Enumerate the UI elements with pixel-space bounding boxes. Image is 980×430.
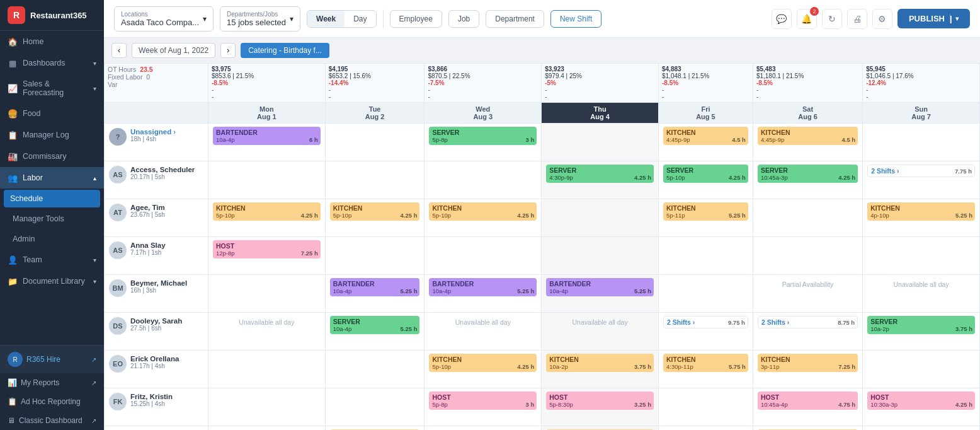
shift-cell-emp6-day4[interactable]: KITCHEN 4:30p-11p 5.75 h [659,351,753,388]
shift-cell-emp2-day0[interactable]: KITCHEN 5p-10p 4.25 h [208,199,326,237]
shift-cell-emp8-day0[interactable] [208,426,326,431]
shift-cell-emp6-day2[interactable]: KITCHEN 5p-10p 4.25 h [424,351,542,388]
shift-cell-emp8-day2[interactable] [424,426,542,431]
shift-block[interactable]: KITCHEN 4:45p-9p 4.5 h [758,127,858,145]
shift-cell-emp3-day0[interactable]: HOST 12p-8p 7.25 h [208,237,326,275]
sidebar-item-labor[interactable]: 👥 Labor ▴ [0,167,104,189]
shift-cell-emp7-day0[interactable] [208,388,326,426]
shift-cell-emp5-day2[interactable]: Unavailable all day [424,313,542,351]
shift-cell-emp8-day4[interactable] [659,426,753,431]
sidebar-ad-hoc[interactable]: 📋 Ad Hoc Reporting [0,392,104,411]
shift-block[interactable]: BARTENDER 10a-4p 6 h [213,127,321,145]
shift-cell-emp5-day1[interactable]: SERVER 10a-4p 5.25 h [325,313,424,351]
employee-cell-0[interactable]: ? Unassigned › 18h | 4sh [105,124,208,161]
sidebar-my-reports[interactable]: 📊 My Reports ↗ [0,373,104,392]
job-button[interactable]: Job [448,10,479,28]
employee-cell-1[interactable]: AS Access, Scheduler 20.17h | 5sh [105,161,208,199]
day-view-button[interactable]: Day [345,11,375,27]
shift-cell-emp6-day0[interactable] [208,351,326,388]
2shifts-cell[interactable]: 2 Shifts ›7.75 h [867,165,975,177]
shift-cell-emp4-day6[interactable]: Unavailable all day [863,275,980,313]
shift-block[interactable]: KITCHEN 5p-10p 4.25 h [213,202,321,221]
shift-cell-emp4-day1[interactable]: BARTENDER 10a-4p 5.25 h [325,275,424,313]
shift-cell-emp1-day3[interactable]: SERVER 4:30p-9p 4.25 h [542,161,659,199]
shift-cell-emp3-day4[interactable] [659,237,753,275]
shift-block[interactable]: SERVER 10a-4p 5.25 h [330,316,420,334]
week-view-button[interactable]: Week [307,11,345,27]
shift-block[interactable]: KITCHEN 5p-11p 5.25 h [663,202,748,221]
department-button[interactable]: Department [486,10,544,28]
sidebar-item-dashboards[interactable]: ▦ Dashboards ▾ [0,52,104,74]
new-shift-button[interactable]: New Shift [550,10,601,28]
shift-cell-emp7-day4[interactable] [659,388,753,426]
shift-cell-emp0-day1[interactable] [325,124,424,161]
shift-cell-emp4-day0[interactable] [208,275,326,313]
shift-cell-emp4-day5[interactable]: Partial Availability [753,275,862,313]
shift-cell-emp2-day1[interactable]: KITCHEN 5p-10p 4.25 h [325,199,424,237]
notifications-button[interactable]: 🔔 2 [797,9,817,29]
sidebar-item-document-library[interactable]: 📁 Document Library ▾ [0,270,104,292]
shift-cell-emp8-day3[interactable]: KITCHEN [542,426,659,431]
sidebar-item-food[interactable]: 🍔 Food [0,103,104,124]
shift-cell-emp7-day5[interactable]: HOST 10:45a-4p 4.75 h [753,388,862,426]
shift-cell-emp1-day6[interactable]: 2 Shifts ›7.75 h [863,161,980,199]
shift-cell-emp2-day6[interactable]: KITCHEN 4p-10p 5.25 h [863,199,980,237]
shift-block[interactable]: KITCHEN 5p-10p 4.25 h [429,354,537,372]
shift-cell-emp7-day2[interactable]: HOST 5p-8p 3 h [424,388,542,426]
shift-block[interactable]: SERVER 10a-2p 3.75 h [867,316,975,334]
settings-button[interactable]: ⚙ [872,9,892,29]
shift-cell-emp8-day5[interactable]: KITCHEN [753,426,862,431]
refresh-button[interactable]: ↻ [822,9,842,29]
employee-cell-6[interactable]: EO Erick Orellana 21.17h | 4sh [105,351,208,388]
shift-cell-emp5-day6[interactable]: SERVER 10a-2p 3.75 h [863,313,980,351]
shift-block[interactable]: SERVER 10:45a-3p 4.25 h [758,165,858,183]
shift-cell-emp0-day0[interactable]: BARTENDER 10a-4p 6 h [208,124,326,161]
shift-cell-emp0-day3[interactable] [542,124,659,161]
shift-cell-emp0-day5[interactable]: KITCHEN 4:45p-9p 4.5 h [753,124,862,161]
shift-cell-emp5-day0[interactable]: Unavailable all day [208,313,326,351]
employee-cell-8[interactable]: GM Gibson, Megan [105,426,208,431]
shift-block[interactable]: BARTENDER 10a-4p 5.25 h [429,278,537,296]
shift-cell-emp5-day3[interactable]: Unavailable all day [542,313,659,351]
shift-block[interactable]: HOST 5p-8:30p 3.25 h [546,392,654,410]
2shifts-cell[interactable]: 2 Shifts ›8.75 h [758,316,858,328]
shift-cell-emp7-day6[interactable]: HOST 10:30a-3p 4.25 h [863,388,980,426]
sidebar-item-admin[interactable]: Admin [0,229,104,249]
prev-week-button[interactable]: ‹ [111,43,127,58]
shift-cell-emp0-day6[interactable] [863,124,980,161]
next-week-button[interactable]: › [220,43,236,58]
shift-cell-emp2-day3[interactable] [542,199,659,237]
sidebar-item-team[interactable]: 👤 Team ▾ [0,249,104,270]
shift-cell-emp5-day5[interactable]: 2 Shifts ›8.75 h [753,313,862,351]
shift-block[interactable]: HOST 5p-8p 3 h [429,392,537,410]
shift-cell-emp3-day5[interactable] [753,237,862,275]
shift-block[interactable]: KITCHEN 5p-10p 4.25 h [330,202,420,221]
shift-cell-emp3-day1[interactable] [325,237,424,275]
departments-select[interactable]: Departments/Jobs 15 jobs selected ▾ [220,6,300,32]
sidebar-item-manager-log[interactable]: 📋 Manager Log [0,124,104,146]
shift-cell-emp1-day4[interactable]: SERVER 5p-10p 4.25 h [659,161,753,199]
shift-block[interactable]: KITCHEN 4p-10p 5.25 h [867,202,975,221]
shift-cell-emp0-day2[interactable]: SERVER 5p-8p 3 h [424,124,542,161]
shift-cell-emp3-day6[interactable] [863,237,980,275]
shift-cell-emp0-day4[interactable]: KITCHEN 4:45p-9p 4.5 h [659,124,753,161]
shift-block[interactable]: KITCHEN 5p-10p 4.25 h [429,202,537,221]
shift-cell-emp1-day5[interactable]: SERVER 10:45a-3p 4.25 h [753,161,862,199]
sidebar-item-commissary[interactable]: 🏭 Commissary [0,146,104,167]
shift-block[interactable]: KITCHEN 3p-11p 7.25 h [758,354,858,372]
shift-cell-emp2-day5[interactable] [753,199,862,237]
shift-block[interactable]: KITCHEN 4:45p-9p 4.5 h [663,127,748,145]
sidebar-item-home[interactable]: 🏠 Home [0,31,104,52]
dept-tab[interactable]: Catering - Birthday f... [241,43,329,58]
sidebar-hire-btn[interactable]: R R365 Hire ↗ [0,346,104,373]
publish-button[interactable]: PUBLISH | ▾ [897,9,970,28]
shift-block[interactable]: BARTENDER 10a-4p 5.25 h [330,278,420,296]
sidebar-logo[interactable]: R Restaurant365 [0,0,104,31]
sidebar-classic-dashboard[interactable]: 🖥 Classic Dashboard ↗ [0,411,104,430]
shift-cell-emp3-day3[interactable] [542,237,659,275]
shift-cell-emp5-day4[interactable]: 2 Shifts ›9.75 h [659,313,753,351]
employee-button[interactable]: Employee [390,10,442,28]
shift-block[interactable]: BARTENDER 10a-4p 5.25 h [546,278,654,296]
sidebar-item-sales[interactable]: 📈 Sales & Forecasting ▾ [0,74,104,103]
locations-select[interactable]: Locations Asada Taco Compa... ▾ [114,6,214,32]
